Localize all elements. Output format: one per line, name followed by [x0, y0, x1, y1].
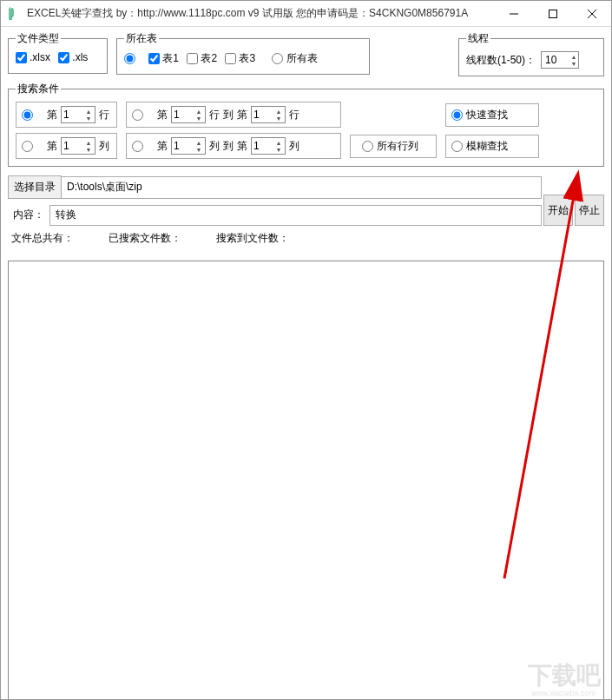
window-title: EXCEL关键字查找 by：http://www.1118pc.com v9 试… — [27, 6, 494, 21]
minimize-button[interactable] — [494, 1, 533, 26]
file-type-group: 文件类型 .xlsx .xls — [8, 31, 108, 74]
down-icon[interactable]: ▼ — [84, 146, 93, 153]
radio-col-range[interactable] — [132, 141, 147, 152]
label-lie-2: 列 — [209, 139, 220, 154]
label-di-1: 第 — [47, 108, 57, 122]
sheet-group: 所在表 表1 表2 表3 所有表 — [116, 31, 370, 75]
radio-col-single[interactable] — [22, 141, 36, 152]
thread-group: 线程 线程数(1-50)： ▲ ▼ — [458, 31, 604, 76]
down-icon[interactable]: ▼ — [274, 146, 283, 153]
thread-input[interactable] — [542, 54, 564, 66]
checkbox-xlsx-label: .xlsx — [30, 51, 50, 63]
fuzzy-search-box: 模糊查找 — [445, 135, 539, 158]
checkbox-sheet3-label: 表3 — [239, 51, 255, 66]
col-to-spinner[interactable]: ▲▼ — [251, 137, 286, 155]
thread-up-icon[interactable]: ▲ — [569, 53, 578, 60]
start-button[interactable]: 开始 — [543, 195, 573, 226]
all-cols-box: 所有行列 — [350, 135, 437, 158]
radio-all-sheets-label: 所有表 — [286, 51, 318, 66]
col-single-box: 第 ▲▼ 列 — [16, 133, 117, 159]
stat-total: 文件总共有： — [11, 231, 74, 246]
results-area[interactable] — [8, 261, 604, 700]
row-range-box: 第 ▲▼ 行 到 第 ▲▼ 行 — [126, 102, 341, 128]
row-from-spinner[interactable]: ▲▼ — [171, 106, 206, 123]
label-dao-2: 到 — [223, 139, 234, 154]
dir-input[interactable] — [62, 176, 542, 199]
checkbox-sheet2-label: 表2 — [201, 51, 217, 66]
up-icon[interactable]: ▲ — [194, 108, 203, 115]
watermark: 下载吧 — [528, 659, 601, 692]
window-controls — [494, 1, 611, 26]
label-di-5: 第 — [157, 139, 168, 154]
maximize-button[interactable] — [533, 1, 572, 26]
checkbox-sheet2[interactable]: 表2 — [187, 51, 217, 66]
all-cols-label: 所有行列 — [377, 139, 418, 154]
up-icon[interactable]: ▲ — [274, 108, 283, 115]
label-di-6: 第 — [237, 139, 247, 154]
thread-down-icon[interactable]: ▼ — [569, 60, 578, 67]
stat-searched: 已搜索文件数： — [109, 231, 181, 246]
row-to-spinner[interactable]: ▲▼ — [251, 106, 286, 123]
checkbox-sheet3[interactable]: 表3 — [225, 51, 255, 66]
checkbox-xlsx-input[interactable] — [16, 52, 27, 63]
file-type-legend: 文件类型 — [16, 31, 61, 46]
label-dao-1: 到 — [223, 108, 234, 122]
radio-fuzzy-search[interactable]: 模糊查找 — [451, 139, 508, 154]
col-single-spinner[interactable]: ▲▼ — [61, 137, 95, 155]
label-di-2: 第 — [157, 108, 168, 122]
radio-sheet-specific-input[interactable] — [124, 53, 135, 64]
radio-row-range[interactable] — [132, 109, 147, 121]
label-lie-1: 列 — [99, 139, 109, 154]
search-conditions-legend: 搜索条件 — [16, 82, 61, 96]
checkbox-xls-input[interactable] — [58, 52, 69, 63]
stats-row: 文件总共有： 已搜索文件数： 搜索到文件数： — [8, 226, 604, 251]
label-lie-3: 列 — [289, 139, 299, 154]
label-di-3: 第 — [237, 108, 247, 122]
label-hang-3: 行 — [289, 108, 299, 122]
label-hang-2: 行 — [209, 108, 220, 122]
radio-all-sheets-input[interactable] — [272, 53, 283, 64]
radio-row-single[interactable] — [22, 109, 36, 121]
checkbox-sheet1-label: 表1 — [162, 51, 179, 66]
fast-search-label: 快速查找 — [466, 108, 508, 122]
radio-all-sheets[interactable]: 所有表 — [272, 51, 318, 66]
row-single-box: 第 ▲▼ 行 — [16, 102, 117, 128]
down-icon[interactable]: ▼ — [194, 146, 203, 153]
label-di-4: 第 — [47, 139, 57, 154]
fuzzy-search-label: 模糊查找 — [466, 139, 508, 154]
content-input[interactable] — [49, 205, 542, 226]
thread-label: 线程数(1-50)： — [466, 53, 536, 68]
checkbox-xlsx[interactable]: .xlsx — [16, 51, 50, 63]
down-icon[interactable]: ▼ — [194, 115, 203, 122]
radio-sheet-specific[interactable] — [124, 53, 139, 64]
col-range-box: 第 ▲▼ 列 到 第 ▲▼ 列 — [126, 133, 341, 159]
thread-spinner[interactable]: ▲ ▼ — [541, 51, 579, 69]
label-hang-1: 行 — [99, 108, 109, 122]
thread-legend: 线程 — [466, 31, 490, 46]
search-conditions-group: 搜索条件 第 ▲▼ 行 第 ▲▼ 行 到 第 ▲▼ 行 — [8, 82, 604, 167]
checkbox-sheet2-input[interactable] — [187, 53, 198, 64]
close-button[interactable] — [572, 1, 611, 26]
fast-search-box: 快速查找 — [445, 103, 539, 127]
down-icon[interactable]: ▼ — [84, 115, 93, 122]
up-icon[interactable]: ▲ — [274, 139, 283, 146]
col-from-spinner[interactable]: ▲▼ — [171, 137, 206, 155]
svg-rect-1 — [549, 10, 556, 17]
checkbox-sheet3-input[interactable] — [225, 53, 236, 64]
up-icon[interactable]: ▲ — [84, 139, 93, 146]
watermark-sub: www.xiazaiba.com — [531, 689, 596, 697]
checkbox-sheet1-input[interactable] — [148, 53, 160, 64]
select-dir-button[interactable]: 选择目录 — [8, 175, 62, 199]
stop-button[interactable]: 停止 — [575, 195, 604, 226]
up-icon[interactable]: ▲ — [84, 108, 93, 115]
down-icon[interactable]: ▼ — [274, 115, 283, 122]
radio-fast-search[interactable]: 快速查找 — [451, 108, 508, 122]
checkbox-xls-label: .xls — [72, 51, 88, 63]
radio-all-cols[interactable]: 所有行列 — [362, 139, 418, 154]
up-icon[interactable]: ▲ — [194, 139, 203, 146]
checkbox-xls[interactable]: .xls — [58, 51, 88, 63]
checkbox-sheet1[interactable]: 表1 — [148, 51, 179, 66]
app-icon — [8, 7, 22, 21]
titlebar: EXCEL关键字查找 by：http://www.1118pc.com v9 试… — [1, 1, 611, 27]
row-single-spinner[interactable]: ▲▼ — [61, 106, 95, 123]
